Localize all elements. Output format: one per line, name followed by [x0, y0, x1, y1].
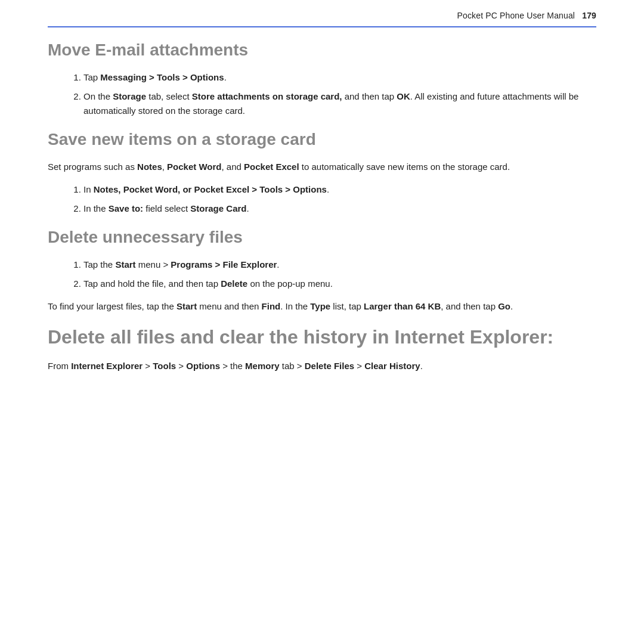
header-title-text: Pocket PC Phone User Manual	[457, 11, 575, 20]
section-heading-move-email: Move E-mail attachments	[48, 41, 596, 60]
list-item: In Notes, Pocket Word, or Pocket Excel >…	[83, 182, 596, 197]
header-title: Pocket PC Phone User Manual 179	[457, 11, 596, 20]
header-page-number: 179	[582, 11, 596, 20]
delete-clear-history-body: From Internet Explorer > Tools > Options…	[48, 359, 596, 373]
section-save-new-items: Save new items on a storage card Set pro…	[48, 130, 596, 216]
save-new-items-steps: In Notes, Pocket Word, or Pocket Excel >…	[83, 182, 596, 216]
move-email-steps: Tap Messaging > Tools > Options. On the …	[83, 70, 596, 118]
list-item: Tap and hold the file, and then tap Dele…	[83, 277, 596, 291]
section-heading-delete-clear-history: Delete all files and clear the history i…	[48, 326, 596, 348]
section-delete-files: Delete unnecessary files Tap the Start m…	[48, 228, 596, 314]
section-move-email: Move E-mail attachments Tap Messaging > …	[48, 41, 596, 118]
list-item: In the Save to: field select Storage Car…	[83, 202, 596, 216]
save-new-items-body: Set programs such as Notes, Pocket Word,…	[48, 160, 596, 174]
delete-files-note: To find your largest files, tap the Star…	[48, 299, 596, 314]
section-heading-delete-files: Delete unnecessary files	[48, 228, 596, 247]
page-header: Pocket PC Phone User Manual 179	[48, 0, 596, 27]
page-container: Pocket PC Phone User Manual 179 Move E-m…	[0, 0, 644, 644]
delete-files-steps: Tap the Start menu > Programs > File Exp…	[83, 258, 596, 291]
section-heading-save-new-items: Save new items on a storage card	[48, 130, 596, 149]
section-delete-clear-history: Delete all files and clear the history i…	[48, 326, 596, 373]
list-item: On the Storage tab, select Store attachm…	[83, 89, 596, 118]
list-item: Tap the Start menu > Programs > File Exp…	[83, 258, 596, 272]
list-item: Tap Messaging > Tools > Options.	[83, 70, 596, 85]
